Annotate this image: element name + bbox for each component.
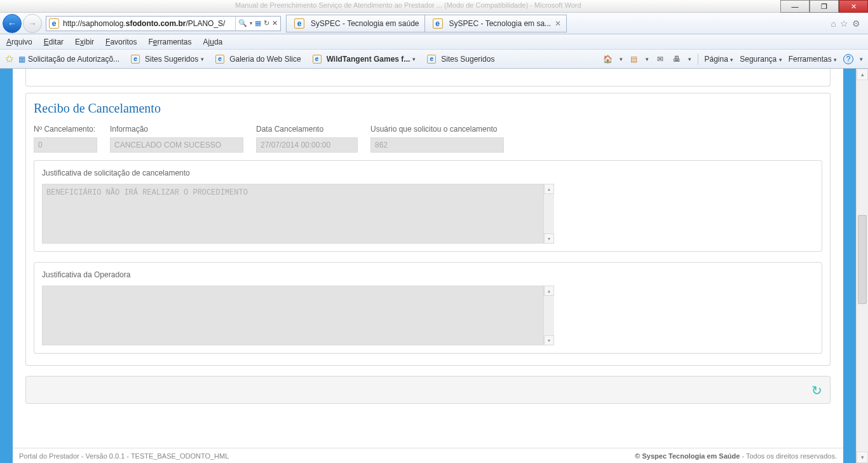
menu-bar: Arquivo Editar Exibir Favoritos Ferramen… (0, 34, 868, 50)
scroll-up-icon[interactable]: ▴ (544, 184, 554, 194)
tab-title: SySPEC - Tecnologia em saúde (311, 19, 419, 28)
textarea-scrollbar[interactable]: ▴ ▾ (543, 184, 554, 244)
ie-icon: e (215, 55, 224, 64)
field-data-cancelamento: Data Cancelamento 27/07/2014 00:00:00 (256, 125, 358, 153)
cmd-seguranca[interactable]: Segurança ▾ (740, 55, 782, 64)
stop-icon[interactable]: ✕ (272, 19, 278, 27)
background-window-title: Manual de Preenchimento Serviço de Atend… (235, 1, 581, 9)
textarea-scrollbar[interactable]: ▴ ▾ (543, 286, 554, 345)
rss-icon[interactable]: ▤ (629, 54, 639, 64)
informacao-input: CANCELADO COM SUCESSO (110, 137, 243, 153)
decor-stripe-right (843, 69, 856, 463)
fav-link-2[interactable]: e Sites Sugeridos ▾ (128, 55, 204, 64)
help-icon[interactable]: ? (843, 54, 853, 64)
separator (698, 53, 698, 65)
fields-row: Nº Cancelamento: 0 Informação CANCELADO … (34, 125, 822, 153)
tab-strip: e SySPEC - Tecnologia em saúde e SySPEC … (286, 15, 566, 32)
menu-arquivo[interactable]: Arquivo (6, 38, 32, 46)
fav-link-5[interactable]: e Sites Sugeridos (424, 55, 494, 64)
field-usuario: Usuário que solicitou o cancelamento 862 (370, 125, 504, 153)
refresh-action-icon[interactable]: ↻ (811, 383, 822, 398)
ie-icon: e (313, 55, 322, 64)
field-informacao: Informação CANCELADO COM SUCESSO (110, 125, 243, 153)
command-bar: 🏠▾ ▤▾ ✉ 🖶▾ Página ▾ Segurança ▾ Ferramen… (603, 53, 863, 65)
chevron-down-icon[interactable]: ▾ (250, 20, 252, 26)
back-button[interactable]: ← (3, 14, 22, 33)
ie-icon: e (131, 55, 140, 64)
just1-textarea-wrap: BENEFICIÁRIO NÃO IRÁ REALIZAR O PROCEDIM… (42, 184, 554, 244)
just2-textarea-wrap: ▴ ▾ (42, 286, 554, 345)
field-no-cancelamento: Nº Cancelamento: 0 (34, 125, 97, 153)
just2-label: Justificativa da Operadora (42, 270, 814, 279)
menu-ferramentas[interactable]: Ferramentas (148, 38, 191, 46)
fav-link-3[interactable]: e Galeria do Web Slice (213, 55, 301, 64)
scroll-down-icon[interactable]: ▾ (544, 233, 554, 244)
menu-editar[interactable]: Editar (44, 38, 64, 46)
window-titlebar: Manual de Preenchimento Serviço de Atend… (0, 0, 868, 13)
favorites-bar: ✩ ▦ Solicitação de Autorizaçõ... e Sites… (0, 50, 868, 69)
decor-stripe-left (0, 69, 13, 463)
minimize-button[interactable]: — (780, 0, 810, 13)
tab-title: SySPEC - Tecnologia em sa... (449, 19, 552, 28)
tab-2[interactable]: e SySPEC - Tecnologia em sa... ✕ (424, 15, 567, 32)
just1-textarea[interactable]: BENEFICIÁRIO NÃO IRÁ REALIZAR O PROCEDIM… (42, 184, 554, 244)
url-text[interactable]: http://saphomolog.sfodonto.com.br/PLANO_… (62, 19, 235, 28)
scroll-up-icon[interactable]: ▴ (544, 286, 554, 296)
tab-close-icon[interactable]: ✕ (555, 19, 561, 28)
add-favorite-icon[interactable]: ✩ (5, 53, 13, 65)
menu-exibir[interactable]: Exibir (75, 38, 94, 46)
just2-textarea[interactable] (42, 286, 554, 345)
justificativa-operadora-panel: Justificativa da Operadora ▴ ▾ (34, 262, 822, 354)
recibo-panel: Recibo de Cancelamento Nº Cancelamento: … (25, 93, 831, 366)
just1-label: Justificativa de solicitação de cancelam… (42, 169, 814, 177)
forward-button[interactable]: → (23, 14, 42, 33)
data-cancelamento-input: 27/07/2014 00:00:00 (256, 137, 358, 153)
ie-icon: e (49, 18, 59, 29)
ie-icon: e (427, 55, 436, 64)
page-footer: Portal do Prestador - Versão 0.0.1 - TES… (13, 448, 843, 463)
no-cancelamento-input: 0 (34, 137, 97, 153)
page-icon: ▦ (18, 55, 25, 64)
ie-icon: e (433, 18, 443, 29)
menu-ajuda[interactable]: Ajuda (203, 38, 223, 46)
cmd-pagina[interactable]: Página ▾ (705, 55, 734, 64)
browser-nav-bar: ← → e http://saphomolog.sfodonto.com.br/… (0, 13, 868, 34)
close-button[interactable]: ✕ (839, 0, 868, 13)
refresh-icon[interactable]: ↻ (264, 19, 269, 27)
favorites-star-icon[interactable]: ☆ (840, 18, 848, 29)
home-icon[interactable]: 🏠 (603, 54, 613, 64)
menu-favoritos[interactable]: Favoritos (105, 38, 137, 46)
maximize-button[interactable]: ❐ (810, 0, 839, 13)
home-icon[interactable]: ⌂ (831, 18, 836, 29)
chevron-down-icon[interactable]: ▾ (201, 56, 204, 62)
content-viewport: Recibo de Cancelamento Nº Cancelamento: … (0, 69, 868, 463)
scroll-down-icon[interactable]: ▾ (857, 452, 868, 463)
compat-icon[interactable]: ▦ (255, 19, 261, 27)
scroll-down-icon[interactable]: ▾ (544, 335, 554, 345)
mail-icon[interactable]: ✉ (655, 54, 665, 64)
action-bar: ↻ (25, 376, 831, 404)
cmd-ferramentas[interactable]: Ferramentas ▾ (789, 55, 837, 64)
search-icon[interactable]: 🔍 (238, 19, 247, 27)
page-scrollbar[interactable]: ▴ ▾ (856, 69, 868, 463)
print-icon[interactable]: 🖶 (672, 54, 682, 64)
footer-left: Portal do Prestador - Versão 0.0.1 - TES… (19, 452, 229, 460)
fav-link-4[interactable]: e WildTangent Games f... ▾ (310, 55, 416, 64)
scroll-up-icon[interactable]: ▴ (857, 69, 868, 80)
tab-1[interactable]: e SySPEC - Tecnologia em saúde (286, 15, 425, 32)
footer-right: © Syspec Tecnologia em Saúde - Todos os … (635, 452, 837, 460)
window-controls: — ❐ ✕ (780, 0, 868, 13)
address-bar[interactable]: e http://saphomolog.sfodonto.com.br/PLAN… (46, 16, 281, 31)
prev-panel-bottom (25, 69, 831, 86)
tools-gear-icon[interactable]: ⚙ (852, 18, 860, 29)
justificativa-solicitacao-panel: Justificativa de solicitação de cancelam… (34, 160, 822, 252)
page-body: Recibo de Cancelamento Nº Cancelamento: … (13, 69, 843, 463)
ie-icon: e (294, 18, 304, 29)
address-tools: 🔍 ▾ ▦ ↻ ✕ (235, 17, 280, 31)
scroll-thumb[interactable] (858, 215, 867, 304)
panel-title: Recibo de Cancelamento (34, 101, 822, 116)
usuario-input: 862 (370, 137, 504, 153)
chevron-down-icon[interactable]: ▾ (412, 56, 416, 62)
chrome-toolbar-icons: ⌂ ☆ ⚙ (831, 18, 865, 29)
fav-link-1[interactable]: ▦ Solicitação de Autorizaçõ... (18, 55, 119, 64)
